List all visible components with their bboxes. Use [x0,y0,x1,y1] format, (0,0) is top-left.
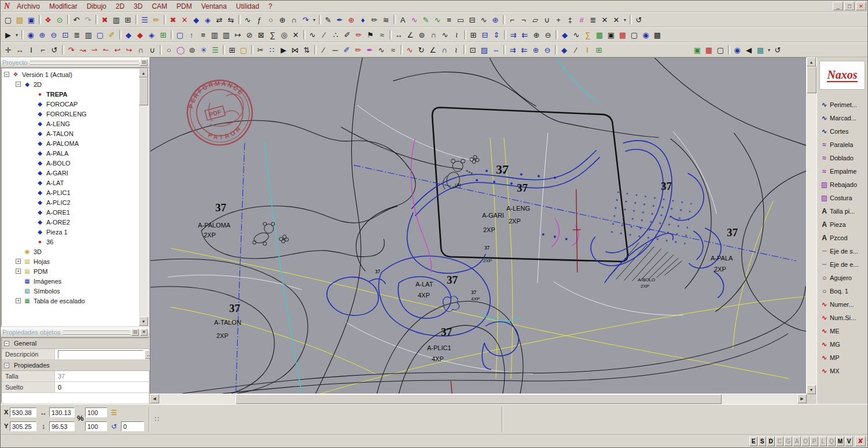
plus-icon[interactable]: + [553,14,564,25]
arc3-icon[interactable]: ∩ [439,44,450,56]
measure-icon[interactable]: ↔ [393,29,404,41]
draw-icon[interactable]: ✐ [341,44,352,56]
tree-item[interactable]: ◆ A-PLIC2 [2,197,139,207]
harpoon2-icon[interactable]: ↼ [100,44,112,56]
sum-icon[interactable]: ∑ [267,29,278,41]
suelto-value[interactable]: 0 [55,384,155,391]
frame3-icon[interactable]: ▢ [715,44,726,56]
diamond-red-icon[interactable]: ◆ [134,29,146,41]
arch-icon[interactable]: ∩ [135,44,146,56]
splice-tool[interactable]: ≈ Empalme [817,164,867,178]
page-icon[interactable]: ▢ [174,29,186,41]
tree-item[interactable]: ● TREPA [2,89,139,99]
wave3-icon[interactable]: ∿ [439,29,451,41]
tree-item[interactable]: ◉ 3D [2,247,139,256]
mode-letter-button[interactable]: G [784,436,792,446]
mode-letter-button[interactable]: E [749,436,757,446]
punch-tool[interactable]: ○ Boq. 1 [817,284,867,298]
corner-alt-icon[interactable]: ¬ [518,14,529,25]
pen-icon[interactable]: ✒ [334,14,345,25]
tree-item[interactable]: ◆ A-LENG [2,119,139,128]
mode-letter-button[interactable]: A [793,436,801,446]
wave-red-icon[interactable]: ∿ [404,44,415,56]
menu-item[interactable]: Modificar [45,1,82,12]
diamond-open-icon[interactable]: ◈ [146,29,157,41]
diamond-blue-icon[interactable]: ◆ [123,29,134,41]
frame-icon[interactable]: ⊠ [255,29,267,41]
tree-item[interactable]: ● 36 [2,237,139,247]
magnify-out-icon[interactable]: ⊖ [542,29,554,41]
target-icon[interactable]: ⊕ [345,14,357,25]
canvas-vscrollbar[interactable]: ▲ ▼ [807,57,816,394]
copy-box-icon[interactable]: ⊞ [468,29,479,41]
columns-alt-icon[interactable]: ▥ [220,29,232,41]
erase-alt-icon[interactable]: ✕ [179,14,190,25]
tree-item[interactable]: ◆ A-ORE2 [2,217,139,227]
zoom-window-icon[interactable]: ⊡ [60,29,71,41]
extend-axis-tool[interactable]: ┄ Eje de e... [817,258,867,271]
cross-alt-icon[interactable]: ✕ [610,14,622,25]
box-select-icon[interactable]: ⊡ [467,44,479,56]
scroll-thumb[interactable] [139,78,148,105]
wave6-icon[interactable]: ≈ [387,44,399,56]
symmetry-axis-tool[interactable]: ┄ Eje de s... [817,244,867,258]
wave-icon[interactable]: ∿ [478,14,490,25]
y-scale-field[interactable]: 100 [85,421,107,431]
sheet-icon[interactable]: ▢ [94,29,106,41]
screen-icon[interactable]: ▣ [605,29,617,41]
hash-icon[interactable]: # [576,14,587,25]
mode-letter-button[interactable]: L [819,436,827,446]
copy-icon[interactable]: ⊞ [122,14,134,25]
function-icon[interactable]: ƒ [253,14,265,25]
y-coordinate-field[interactable]: 305.25 [10,421,36,431]
add-point-icon[interactable]: ⊕ [490,14,501,25]
back2-icon[interactable]: ⇇ [519,29,531,41]
mirror-icon[interactable]: ⇄ [214,14,225,25]
texture-icon[interactable]: ▩ [652,29,663,41]
translate-icon[interactable]: ⇆ [225,14,237,25]
minus2-icon[interactable]: ⇇ [518,44,530,56]
point-icon[interactable]: ⊕ [277,14,288,25]
tree-expander-icon[interactable]: − [4,72,9,77]
menu-item[interactable]: 3D [129,1,147,12]
angle-icon[interactable]: ∠ [404,29,416,41]
sigma-icon[interactable]: ∑ [582,29,594,41]
scale-list-icon[interactable]: ☰ [109,407,119,417]
talla-value[interactable]: 37 [55,373,155,380]
rotate2-icon[interactable]: ↻ [415,44,427,56]
draw-red-icon[interactable]: ✏ [352,44,364,56]
undo-icon[interactable]: ↶ [71,14,82,25]
cross-dd-icon[interactable]: ▾ [622,14,628,25]
delete-icon[interactable]: ✖ [99,14,111,25]
notch-icon[interactable]: ‡ [564,14,576,25]
cuts-tool[interactable]: ∿ Cortes [817,124,867,138]
minimize-icon[interactable]: _ [833,2,843,10]
angle-field[interactable]: 0 [121,421,144,431]
text-icon[interactable]: A [397,14,409,25]
delete-mode-icon[interactable]: ✘ [855,436,866,446]
return-icon[interactable]: ↩ [112,44,123,56]
section-propiedades[interactable]: − Propiedades [2,360,155,371]
pen-red-icon[interactable]: ✏ [353,29,365,41]
curve-arrow-icon[interactable]: ↷ [300,14,311,25]
tree-expander-icon[interactable]: + [16,259,21,264]
info-icon[interactable]: ⊙ [54,14,65,25]
wave5-icon[interactable]: ∿ [376,44,387,56]
tree-item[interactable]: + ▤ Hojas [2,256,139,266]
circles-icon[interactable]: ⊚ [416,29,428,41]
section-general[interactable]: − General [2,338,155,349]
tree-item[interactable]: ◆ A-BOLO [2,158,139,168]
tree-item[interactable]: − ❖ Versión 1 (Actual) [2,69,139,79]
forward2-icon[interactable]: ⇉ [507,29,519,41]
slash2-icon[interactable]: ∕ [570,44,582,56]
fold-icon[interactable]: ≀ [451,29,462,41]
tree-item[interactable]: ◆ A-LAT [2,178,139,188]
menu-item[interactable]: Ventana [197,1,231,12]
mode-letter-button[interactable]: D [767,436,775,446]
cup2-icon[interactable]: ∪ [146,44,158,56]
pzcod-tool[interactable]: A Pzcod [817,231,867,244]
diamond2-icon[interactable]: ◆ [559,29,571,41]
return2-icon[interactable]: ↪ [123,44,135,56]
arc2-icon[interactable]: ∩ [428,29,439,41]
scroll-right-icon[interactable]: ▶ [797,394,807,403]
